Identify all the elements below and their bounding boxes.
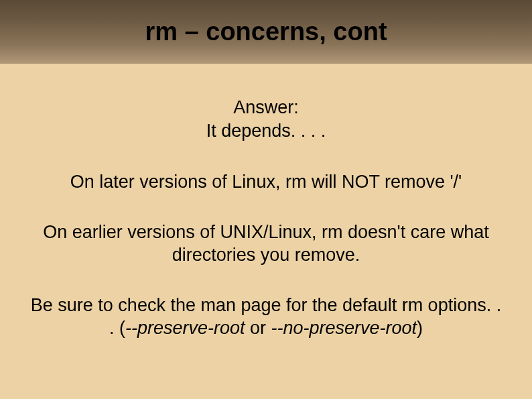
- option-no-preserve-root: --no-preserve-root: [271, 318, 417, 338]
- paragraph-3-mid: or: [245, 318, 271, 338]
- option-preserve-root: --preserve-root: [125, 318, 245, 338]
- slide-content: Answer: It depends. . . . On later versi…: [0, 64, 532, 340]
- answer-text: It depends. . . .: [27, 119, 505, 143]
- paragraph-3-post: ): [417, 318, 423, 338]
- paragraph-2: On earlier versions of UNIX/Linux, rm do…: [27, 221, 505, 267]
- title-bar: rm – concerns, cont: [0, 0, 532, 64]
- paragraph-3: Be sure to check the man page for the de…: [27, 294, 505, 340]
- paragraph-1: On later versions of Linux, rm will NOT …: [27, 170, 505, 194]
- slide-title: rm – concerns, cont: [145, 17, 387, 46]
- answer-block: Answer: It depends. . . .: [27, 96, 505, 142]
- answer-label: Answer:: [27, 96, 505, 119]
